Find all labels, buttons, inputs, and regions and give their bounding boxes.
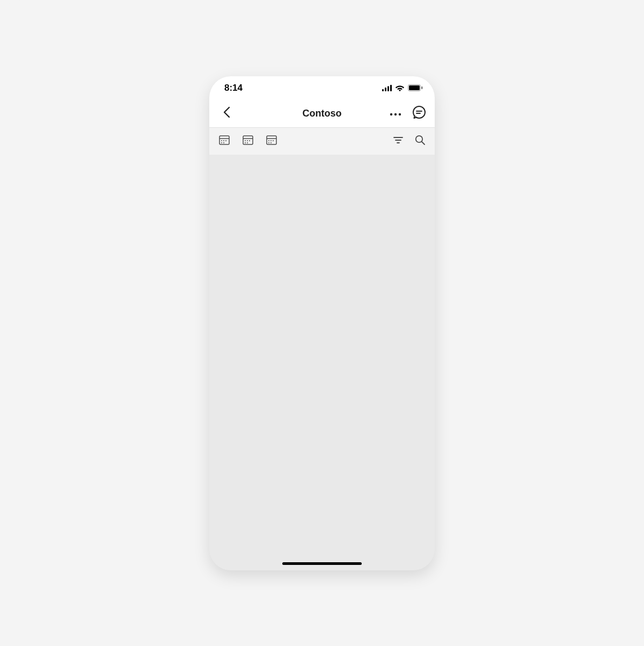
svg-rect-3 (390, 85, 392, 91)
svg-point-4 (399, 90, 401, 91)
nav-bar: Contoso (209, 100, 435, 128)
svg-point-27 (247, 142, 248, 143)
view-option-2-button[interactable] (241, 135, 254, 148)
wifi-icon (395, 84, 405, 91)
chat-icon (412, 105, 426, 121)
svg-point-20 (223, 142, 224, 143)
phone-frame: 8:14 (209, 76, 435, 570)
calendar-view-icon (219, 135, 230, 148)
svg-point-23 (245, 140, 246, 141)
svg-point-38 (415, 136, 422, 142)
ellipsis-icon (390, 108, 401, 118)
svg-point-16 (221, 140, 222, 141)
svg-rect-6 (409, 85, 420, 90)
svg-point-8 (390, 113, 392, 115)
svg-rect-28 (267, 136, 276, 144)
home-indicator-wrap (209, 562, 435, 565)
toolbar (209, 128, 435, 155)
home-indicator[interactable] (282, 562, 362, 565)
svg-point-10 (399, 113, 401, 115)
calendar-view-icon (243, 135, 253, 148)
toolbar-left (218, 135, 278, 148)
view-option-1-button[interactable] (218, 135, 231, 148)
nav-right (387, 105, 427, 121)
svg-point-32 (273, 140, 274, 141)
filter-button[interactable] (392, 135, 405, 148)
svg-point-31 (270, 140, 272, 141)
svg-rect-14 (219, 136, 229, 144)
svg-point-9 (394, 113, 397, 115)
svg-rect-1 (385, 88, 386, 91)
search-button[interactable] (413, 135, 426, 148)
svg-rect-0 (382, 89, 384, 91)
svg-line-39 (422, 142, 425, 144)
content-area (209, 155, 435, 570)
svg-point-24 (247, 140, 248, 141)
svg-point-19 (221, 142, 222, 143)
svg-point-11 (413, 106, 425, 118)
status-icons (382, 84, 423, 91)
toolbar-right (392, 135, 426, 148)
svg-point-26 (245, 142, 246, 143)
search-icon (415, 135, 425, 147)
svg-rect-7 (421, 86, 423, 89)
svg-point-34 (270, 142, 272, 143)
cellular-signal-icon (382, 85, 392, 91)
svg-rect-2 (387, 86, 389, 91)
view-option-3-button[interactable] (265, 135, 278, 148)
status-time: 8:14 (224, 83, 243, 93)
more-options-button[interactable] (387, 105, 404, 121)
chat-button[interactable] (411, 105, 427, 121)
calendar-view-icon (266, 135, 277, 148)
battery-icon (408, 84, 423, 91)
chevron-left-icon (223, 106, 230, 120)
svg-point-25 (249, 140, 250, 141)
filter-icon (393, 136, 403, 146)
status-bar: 8:14 (209, 76, 435, 100)
back-button[interactable] (217, 104, 236, 123)
svg-rect-21 (243, 136, 253, 144)
svg-point-18 (225, 140, 226, 141)
svg-point-33 (268, 142, 269, 143)
svg-point-30 (268, 140, 269, 141)
svg-point-17 (223, 140, 224, 141)
page-frame: 8:14 (0, 0, 644, 646)
